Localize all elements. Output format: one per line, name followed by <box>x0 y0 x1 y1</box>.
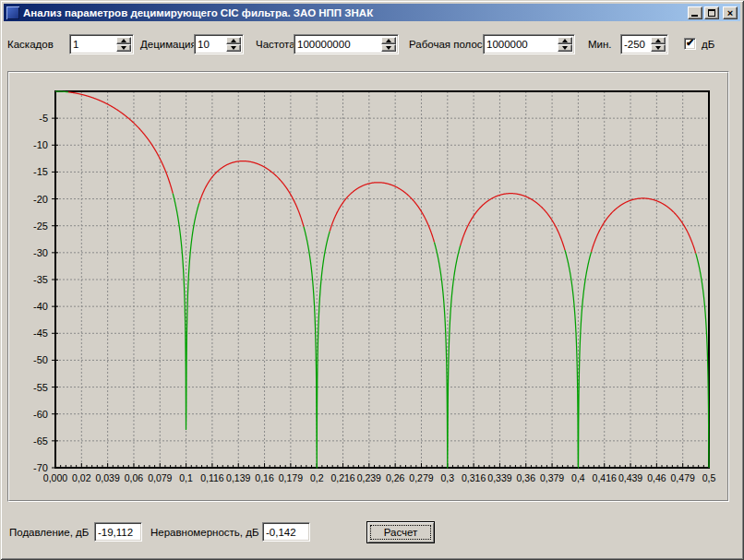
ripple-label: Неравномерность, дБ <box>150 527 258 538</box>
x-tick-label: 0,179 <box>279 472 303 483</box>
decimation-field <box>194 34 244 54</box>
spin-up-icon <box>386 39 391 42</box>
cascades-spin-up-button[interactable] <box>116 37 131 44</box>
y-tick-label: -60 <box>33 409 48 420</box>
decimation-spin-down-button[interactable] <box>226 44 241 52</box>
min-label: Мин. <box>588 39 612 50</box>
x-tick-label: 0,039 <box>95 472 119 483</box>
y-tick-label: -15 <box>33 166 48 177</box>
y-tick-label: -70 <box>33 462 48 473</box>
bandwidth-spin-up-button[interactable] <box>558 37 572 44</box>
x-tick-label: 0,3 <box>440 472 454 483</box>
x-tick-label: 0,216 <box>330 472 354 483</box>
app-icon <box>6 6 19 19</box>
cascades-label: Каскадов <box>7 39 54 50</box>
x-tick-label: 0,316 <box>462 472 486 483</box>
cascades-field <box>69 34 134 54</box>
chart-panel-frame: 0,0000,020,0390,060,0790,10,1160,1390,16… <box>8 72 728 501</box>
window-title: Анализ параметров децимирующего CIC филь… <box>23 5 688 21</box>
x-tick-label: 0,339 <box>487 472 511 483</box>
bandwidth-spin-down-button[interactable] <box>558 44 572 52</box>
y-tick-label: -55 <box>33 382 48 393</box>
suppression-value-input[interactable] <box>97 525 139 539</box>
spin-down-icon <box>121 46 126 50</box>
frequency-spinner <box>381 37 396 52</box>
suppression-field <box>94 522 142 542</box>
x-tick-label: 0,06 <box>125 472 144 483</box>
frequency-spin-up-button[interactable] <box>381 37 396 44</box>
x-tick-label: 0,000 <box>43 472 67 483</box>
cascades-spin-down-button[interactable] <box>116 44 131 52</box>
plot-area: 0,0000,020,0390,060,0790,10,1160,1390,16… <box>33 91 715 483</box>
check-icon: ✔ <box>686 37 694 49</box>
x-tick-label: 0,116 <box>200 472 224 483</box>
ripple-field <box>262 522 310 542</box>
decimation-spin-up-button[interactable] <box>226 37 241 44</box>
frequency-spin-down-button[interactable] <box>381 44 396 52</box>
bandwidth-label: Рабочая полоса <box>409 39 488 50</box>
x-tick-label: 0,46 <box>647 472 666 483</box>
bandwidth-field <box>483 34 575 54</box>
spin-up-icon <box>121 39 126 42</box>
close-icon: × <box>724 6 737 19</box>
y-tick-label: -5 <box>39 113 48 124</box>
y-tick-label: -65 <box>33 435 48 447</box>
y-tick-label: -25 <box>33 220 48 232</box>
spin-down-icon <box>655 46 661 50</box>
min-field <box>620 34 668 54</box>
db-checkbox[interactable]: ✔ <box>684 38 696 50</box>
spin-up-icon <box>655 39 661 42</box>
x-tick-label: 0,2 <box>310 472 324 483</box>
response-curve-segment <box>330 183 434 243</box>
decimation-label: Децимация <box>140 39 197 50</box>
spin-down-icon <box>562 46 568 50</box>
response-curve-segment <box>461 194 565 250</box>
close-button[interactable]: × <box>723 6 738 19</box>
chart: 0,0000,020,0390,060,0790,10,1160,1390,16… <box>9 73 727 500</box>
db-checkbox-label: дБ <box>702 39 714 50</box>
y-tick-label: -40 <box>33 301 48 312</box>
spin-up-icon <box>231 39 236 42</box>
y-tick-label: -10 <box>33 139 48 150</box>
x-tick-label: 0,239 <box>357 472 381 483</box>
calculate-button-label: Расчет <box>384 527 418 538</box>
min-input[interactable] <box>623 37 651 52</box>
window-controls: × <box>688 6 738 19</box>
title-bar[interactable]: Анализ параметров децимирующего CIC филь… <box>4 4 740 21</box>
min-spin-down-button[interactable] <box>651 44 666 52</box>
y-tick-label: -45 <box>33 328 48 339</box>
spin-down-icon <box>386 46 391 50</box>
x-tick-label: 0,079 <box>148 472 172 483</box>
calculate-button[interactable]: Расчет <box>366 521 435 543</box>
x-tick-label: 0,5 <box>702 472 716 483</box>
suppression-label: Подавление, дБ <box>9 527 89 538</box>
frequency-field <box>294 34 399 54</box>
x-tick-label: 0,439 <box>618 472 642 483</box>
x-tick-label: 0,26 <box>386 472 405 483</box>
min-spinner <box>651 37 666 52</box>
y-tick-label: -50 <box>33 354 48 365</box>
x-tick-label: 0,379 <box>540 472 564 483</box>
frequency-label: Частота <box>256 39 295 50</box>
bandwidth-input[interactable] <box>486 37 558 52</box>
x-tick-label: 0,02 <box>72 472 91 483</box>
x-tick-label: 0,416 <box>593 472 617 483</box>
x-tick-label: 0,36 <box>517 472 536 483</box>
y-tick-label: -35 <box>33 274 48 285</box>
cascades-input[interactable] <box>72 37 116 52</box>
spin-up-icon <box>562 39 568 42</box>
maximize-button[interactable] <box>704 6 719 19</box>
y-tick-label: -20 <box>33 194 48 205</box>
response-curve-segment <box>565 250 592 468</box>
min-spin-up-button[interactable] <box>651 37 666 44</box>
x-tick-label: 0,279 <box>409 472 433 483</box>
frequency-input[interactable] <box>296 37 381 52</box>
ripple-value-input[interactable] <box>265 525 307 539</box>
x-tick-label: 0,16 <box>255 472 274 483</box>
decimation-spinner <box>226 37 241 52</box>
decimation-input[interactable] <box>197 37 226 52</box>
bandwidth-spinner <box>558 37 572 52</box>
x-tick-label: 0,4 <box>571 472 585 483</box>
response-curve-segment <box>199 161 304 227</box>
minimize-button[interactable] <box>688 6 702 19</box>
